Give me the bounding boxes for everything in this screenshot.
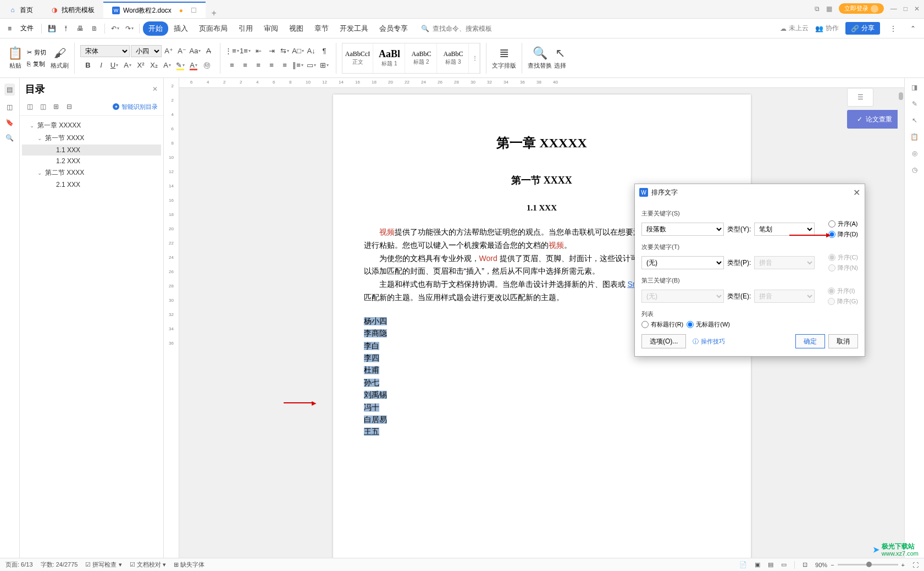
spellcheck-toggle[interactable]: ☑ 拼写检查 ▾ [85,561,121,569]
indent-right-icon[interactable]: ⇥ [265,45,278,57]
close-window-icon[interactable]: ✕ [914,5,920,13]
share-button[interactable]: 🔗分享 [845,22,880,35]
cut-button[interactable]: ✂剪切 [25,47,48,58]
paste-button[interactable]: 📋粘贴 [8,46,23,70]
find-replace-button[interactable]: 🔍查找替换 [528,46,552,70]
bold-icon[interactable]: B [82,59,94,71]
print-preview-icon[interactable]: 🗎 [88,22,101,35]
options-button[interactable]: 选项(O)... [641,334,686,348]
file-menu-button[interactable]: 文件 [16,23,38,34]
strikethrough-icon[interactable]: A▾ [121,59,134,71]
style-gallery[interactable]: AaBbCcI正文AaBl标题 1AaBbC标题 2AaBbC标题 3⋮ [342,43,480,74]
style-标题 1[interactable]: AaBl标题 1 [374,43,405,73]
nav-close-icon[interactable]: ✕ [152,85,158,93]
highlight-icon[interactable]: ✎▾ [174,59,186,71]
view-print-icon[interactable]: 📄 [739,561,747,568]
tab-icon[interactable]: ⇆▾ [279,45,291,57]
tips-link[interactable]: ⓘ操作技巧 [693,337,725,346]
clock-icon[interactable]: ◷ [912,166,917,174]
zoom-out-icon[interactable]: − [831,562,834,568]
scrollbar-thumb[interactable] [899,92,903,100]
clear-format-icon[interactable]: A̶ [202,45,214,57]
command-search[interactable]: 🔍 [421,25,510,32]
page-indicator[interactable]: 页面: 6/13 [5,561,33,569]
number-list-icon[interactable]: 1≡▾ [239,45,251,57]
menu-开发工具[interactable]: 开发工具 [334,21,374,36]
outline-icon[interactable]: ▤ [4,84,15,96]
new-tab-button[interactable]: + [206,8,222,18]
document-tab[interactable]: W Word教程2.docx ● ☐ [103,2,206,18]
italic-icon[interactable]: I [95,59,107,71]
save-icon[interactable]: 💾 [45,22,58,35]
cancel-button[interactable]: 取消 [828,334,858,348]
maximize-icon[interactable]: □ [904,5,908,13]
apps-icon[interactable]: ▦ [826,5,832,13]
align-right-icon[interactable]: ≡ [252,59,264,71]
paper-check-button[interactable]: ✓论文查重 [847,110,902,129]
change-case-icon[interactable]: Aa▾ [189,45,201,57]
smart-toc-button[interactable]: ✦智能识别目录 [113,103,158,111]
menu-视图[interactable]: 视图 [284,21,309,36]
indent-left-icon[interactable]: ⇤ [252,45,264,57]
border-icon[interactable]: ⊞▾ [318,59,330,71]
style-pane-icon[interactable]: ✎ [912,100,917,108]
content-check-toggle[interactable]: ☑ 文档校对 ▾ [130,561,166,569]
bookmark-icon[interactable]: 🔖 [5,119,14,126]
toc-item[interactable]: 1.2 XXX [22,156,161,167]
zoom-slider[interactable]: 90% − + [815,562,905,568]
font-size-select[interactable]: 小四 [131,45,162,57]
property-icon[interactable]: ◎ [912,149,917,157]
line-spacing-icon[interactable]: ‖≡▾ [292,59,304,71]
style-标题 2[interactable]: AaBbC标题 2 [406,43,437,73]
toc-item[interactable]: 2.1 XXX [22,179,161,190]
expand-all-icon[interactable]: ◫ [25,102,34,111]
cloud-status[interactable]: ☁未上云 [780,24,809,33]
phonetic-icon[interactable]: ㊞ [201,59,213,71]
login-button[interactable]: 立即登录 [839,3,884,14]
align-justify-icon[interactable]: ≡ [265,59,278,71]
text-effect-icon[interactable]: A▾ [161,59,173,71]
no-header-radio[interactable]: 无标题行(W) [687,320,730,329]
chevron-down-icon[interactable]: ⌄ [37,135,43,141]
bullet-list-icon[interactable]: ⋮≡▾ [226,45,238,57]
fit-width-icon[interactable]: ⊡ [803,561,807,568]
menu-章节[interactable]: 章节 [309,21,334,36]
toc-item[interactable]: ⌄第一节 XXXX [22,132,161,145]
primary-key-select[interactable]: 段落数 [641,223,724,236]
missing-font[interactable]: ⊞ 缺失字体 [174,561,204,569]
tab-close-icon[interactable]: ☐ [191,7,197,14]
search-panel-icon[interactable]: 🔍 [5,134,14,142]
menu-审阅[interactable]: 审阅 [258,21,284,36]
menu-会员专享[interactable]: 会员专享 [374,21,413,36]
style-正文[interactable]: AaBbCcI正文 [342,43,373,73]
copy-button[interactable]: ⎘复制 [25,59,48,69]
superscript-icon[interactable]: X² [135,59,147,71]
style-标题 3[interactable]: AaBbC标题 3 [438,43,469,73]
char-border-icon[interactable]: A□▾ [292,45,304,57]
font-family-select[interactable]: 宋体 [80,45,130,57]
outline-mini-icon[interactable]: ☰ [847,88,873,107]
clipboard-pane-icon[interactable]: 📋 [910,133,919,141]
chevron-down-icon[interactable]: ⌄ [30,123,35,129]
vertical-ruler[interactable]: 224681012141618202224262830323436 [164,78,179,558]
chevron-up-icon[interactable]: ⌃ [906,22,920,35]
collapse-all-icon[interactable]: ◫ [38,102,47,111]
grow-font-icon[interactable]: A⁺ [163,45,175,57]
view-outline-icon[interactable]: ▤ [768,561,773,568]
collab-button[interactable]: 👥协作 [815,24,839,33]
menu-插入[interactable]: 插入 [168,21,193,36]
zoom-thumb[interactable] [866,562,872,567]
template-tab[interactable]: ◑ 找稻壳模板 [42,2,103,18]
align-left-icon[interactable]: ≡ [226,59,238,71]
hamburger-icon[interactable]: ≡ [4,25,15,32]
distribute-icon[interactable]: ≡ [279,59,291,71]
search-input[interactable] [433,25,510,32]
text-layout-button[interactable]: ≣文字排版 [492,46,516,70]
shrink-font-icon[interactable]: A⁻ [176,45,188,57]
dialog-titlebar[interactable]: W 排序文字 ✕ [635,184,865,201]
descending-d-radio[interactable]: 降序(D) [828,230,858,239]
sort-icon[interactable]: A↓ [305,45,317,57]
shading-icon[interactable]: ▭▾ [305,59,317,71]
layout-icon[interactable]: ⧉ [815,5,820,13]
select-button[interactable]: ↖选择 [554,46,566,70]
